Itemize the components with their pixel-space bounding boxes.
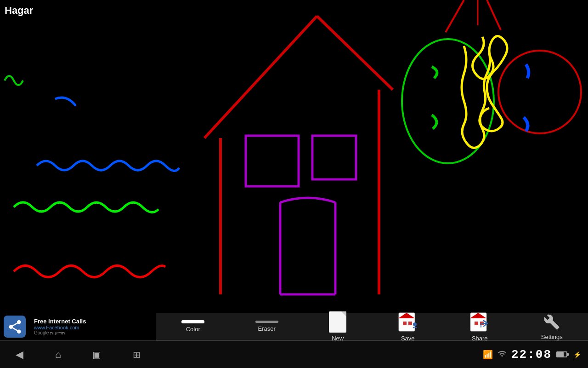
svg-rect-15 xyxy=(408,322,412,325)
grid-button[interactable]: ⊞ xyxy=(133,349,141,360)
settings-icon xyxy=(543,313,561,331)
status-bar: 📶 22:08 ⚡ xyxy=(156,340,588,368)
drawing-canvas[interactable]: Hagar xyxy=(0,0,588,313)
svg-line-9 xyxy=(446,0,464,32)
svg-line-10 xyxy=(487,0,501,30)
share-icon xyxy=(7,319,23,335)
svg-point-8 xyxy=(498,51,581,133)
drawing-svg xyxy=(0,0,588,313)
share-button[interactable]: Share xyxy=(469,311,490,342)
ad-text: Free Internet Calls www.Facebook.com Goo… xyxy=(34,318,86,335)
eraser-indicator xyxy=(255,321,278,323)
signal-icon xyxy=(498,349,507,360)
ad-sub: Google תודיעות xyxy=(34,330,86,335)
ad-title: Free Internet Calls xyxy=(34,318,86,325)
share-icon-svg xyxy=(469,311,490,333)
share-icon xyxy=(469,311,490,333)
new-icon xyxy=(329,311,346,333)
save-icon xyxy=(397,311,418,333)
svg-point-16 xyxy=(413,322,417,326)
app-title: Hagar xyxy=(5,5,33,17)
battery-indicator xyxy=(556,351,569,357)
save-icon-svg xyxy=(397,311,418,333)
eraser-label: Eraser xyxy=(258,325,276,332)
svg-rect-4 xyxy=(246,136,299,186)
svg-line-0 xyxy=(204,16,317,138)
clock-display: 22:08 xyxy=(511,348,552,362)
ad-url: www.Facebook.com xyxy=(34,325,86,330)
save-button[interactable]: Save xyxy=(397,311,418,342)
recent-button[interactable]: ▣ xyxy=(92,349,101,360)
eraser-button[interactable]: Eraser xyxy=(255,321,278,332)
charge-icon: ⚡ xyxy=(573,351,581,358)
svg-line-1 xyxy=(317,16,393,90)
settings-button[interactable]: Settings xyxy=(541,313,563,340)
wifi-icon: 📶 xyxy=(483,350,493,360)
wrench-icon xyxy=(543,314,560,330)
color-indicator xyxy=(181,320,204,323)
back-button[interactable]: ◀ xyxy=(16,349,23,361)
tools-row: Color Eraser New xyxy=(156,313,588,340)
color-label: Color xyxy=(186,326,200,333)
ad-banner[interactable]: Free Internet Calls www.Facebook.com Goo… xyxy=(0,313,156,340)
svg-rect-14 xyxy=(403,322,407,325)
ad-icon xyxy=(4,316,26,338)
home-button[interactable]: ⌂ xyxy=(55,349,61,361)
settings-label: Settings xyxy=(541,334,563,340)
color-button[interactable]: Color xyxy=(181,320,204,333)
svg-rect-5 xyxy=(312,136,356,179)
new-button[interactable]: New xyxy=(329,311,346,342)
svg-rect-19 xyxy=(475,322,478,325)
nav-bar: ◀ ⌂ ▣ ⊞ xyxy=(0,340,156,368)
main-toolbar: Free Internet Calls www.Facebook.com Goo… xyxy=(0,313,588,368)
